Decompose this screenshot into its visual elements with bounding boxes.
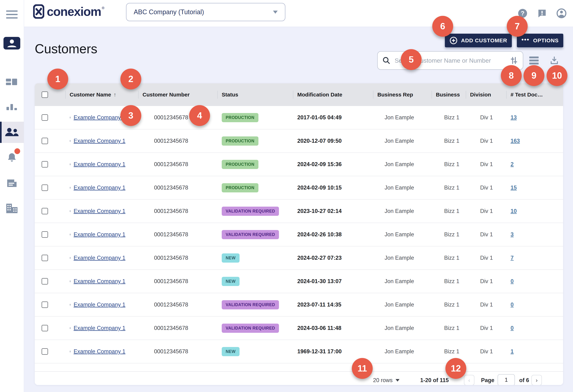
customer-name-link[interactable]: Example Company 1 (74, 161, 125, 168)
row-marker (70, 327, 71, 329)
customer-name-link[interactable]: Example Company 1 (74, 231, 125, 238)
status-badge: NEW (222, 277, 239, 286)
sidebar-item-company[interactable] (0, 198, 24, 219)
annotation-badge-4: 4 (189, 105, 210, 126)
business-cell: Bizz 1 (431, 348, 466, 355)
test-doc-count-link[interactable]: 0 (511, 302, 514, 308)
test-doc-count-link[interactable]: 10 (511, 208, 517, 214)
test-doc-count-link[interactable]: 13 (511, 114, 517, 121)
column-header-testdoc[interactable]: # Test Doc… (506, 89, 563, 100)
column-header-label: Customer Name (70, 92, 111, 98)
status-cell: PRODUCTION (217, 113, 293, 122)
test-doc-count-cell: 15 (506, 184, 563, 191)
table-row: Example Company 100012345678PRODUCTION20… (35, 176, 563, 200)
test-doc-count-cell: 13 (506, 114, 563, 121)
column-header-rep[interactable]: Business Rep (373, 89, 431, 100)
row-checkbox[interactable] (42, 325, 48, 331)
division-cell: Div 1 (466, 278, 506, 285)
business-cell: Bizz 1 (431, 325, 466, 331)
table-body: Example Company 100012345678PRODUCTION20… (35, 106, 563, 363)
customer-name-link[interactable]: Example Company 1 (74, 348, 125, 355)
table-footer: 20 rows 1-20 of 115 ‹ Page of 6 › (35, 372, 563, 385)
column-header-division[interactable]: Division (466, 89, 506, 100)
options-button[interactable]: ••• OPTIONS (517, 34, 563, 47)
business-rep-cell: Jon Eample (373, 114, 431, 121)
customer-name-link[interactable]: Example Company 1 (74, 255, 125, 261)
test-doc-count-link[interactable]: 1 (511, 348, 514, 355)
add-customer-button[interactable]: ADD CUSTOMER (445, 34, 512, 47)
column-header-business[interactable]: Business (431, 89, 466, 100)
customer-name-link[interactable]: Example Company 1 (74, 325, 125, 331)
sidebar-item-customers[interactable] (0, 122, 24, 143)
modification-date-cell: 2020-12-07 09:50 (293, 138, 373, 144)
test-doc-count-link[interactable]: 0 (511, 325, 514, 331)
status-cell: VALIDATION REQUIRED (217, 324, 293, 333)
test-doc-count-link[interactable]: 7 (511, 255, 514, 261)
customers-table: Customer Name↑Customer NumberStatusModif… (35, 83, 563, 385)
column-header-number[interactable]: Customer Number (138, 89, 217, 100)
annotation-badge-9: 9 (523, 65, 544, 86)
business-cell: Bizz 1 (431, 138, 466, 144)
customer-name-link[interactable]: Example Company 1 (74, 114, 125, 121)
export-button[interactable] (548, 54, 561, 67)
pagination-range: 1-20 of 115 (420, 372, 449, 385)
test-doc-count-link[interactable]: 0 (511, 278, 514, 284)
account-button[interactable] (556, 8, 567, 18)
feedback-button[interactable] (537, 8, 547, 18)
column-header-name[interactable]: Customer Name↑ (65, 89, 138, 100)
test-doc-count-cell: 0 (506, 302, 563, 308)
customer-name-link[interactable]: Example Company 1 (74, 302, 125, 308)
row-checkbox[interactable] (42, 231, 48, 238)
column-header-status[interactable]: Status (217, 89, 293, 100)
column-divider (466, 91, 466, 99)
status-badge: NEW (222, 347, 239, 356)
annotation-badge-2: 2 (120, 69, 141, 89)
row-checkbox[interactable] (42, 138, 48, 144)
sidebar-item-contacts[interactable] (0, 33, 24, 54)
customer-name-link[interactable]: Example Company 1 (74, 208, 125, 214)
rows-per-page-select[interactable]: 20 rows (373, 372, 399, 385)
row-checkbox[interactable] (42, 184, 48, 191)
customer-name-link[interactable]: Example Company 1 (74, 184, 125, 191)
row-checkbox[interactable] (42, 208, 48, 214)
row-checkbox[interactable] (42, 114, 48, 121)
company-selector[interactable]: ABC Company (Tutorial) (126, 3, 286, 21)
modification-date-cell: 2024-02-26 10:38 (293, 231, 373, 238)
status-badge: VALIDATION REQUIRED (222, 324, 279, 333)
sidebar-item-documents[interactable] (0, 173, 24, 194)
next-page-button[interactable]: › (531, 375, 542, 385)
customer-name-link[interactable]: Example Company 1 (74, 138, 125, 144)
previous-page-button[interactable]: ‹ (464, 375, 474, 385)
customer-number-cell: 00012345678 (138, 138, 217, 144)
status-cell: PRODUCTION (217, 183, 293, 192)
select-all-checkbox[interactable] (42, 91, 48, 98)
customer-name-cell: Example Company 1 (65, 184, 138, 191)
test-doc-count-cell: 0 (506, 278, 563, 285)
test-doc-count-link[interactable]: 163 (511, 138, 520, 144)
annotation-badge-11: 11 (352, 358, 373, 379)
column-divider (65, 91, 66, 99)
test-doc-count-link[interactable]: 3 (511, 231, 514, 238)
test-doc-count-link[interactable]: 2 (511, 161, 514, 167)
sidebar-item-reports[interactable] (0, 96, 24, 117)
row-checkbox[interactable] (42, 255, 48, 261)
sidebar-item-dashboard[interactable] (0, 71, 24, 92)
row-checkbox[interactable] (42, 161, 48, 168)
column-header-select[interactable] (35, 89, 65, 100)
sidebar-item-notifications[interactable] (0, 147, 24, 168)
row-checkbox[interactable] (42, 278, 48, 285)
page-number-input[interactable] (498, 374, 515, 385)
hamburger-menu-button[interactable] (0, 4, 24, 25)
customer-name-link[interactable]: Example Company 1 (74, 278, 125, 285)
row-checkbox[interactable] (42, 302, 48, 308)
name-wrap: Example Company 1 (70, 138, 138, 144)
customer-name-cell: Example Company 1 (65, 325, 138, 331)
filter-icon[interactable] (510, 56, 518, 65)
column-header-date[interactable]: Modification Date (293, 89, 373, 100)
business-cell: Bizz 1 (431, 255, 466, 261)
customer-name-cell: Example Company 1 (65, 231, 138, 238)
test-doc-count-link[interactable]: 15 (511, 184, 517, 191)
row-checkbox[interactable] (42, 348, 48, 355)
modification-date-cell: 2017-01-05 04:49 (293, 114, 373, 121)
row-marker (70, 351, 71, 352)
